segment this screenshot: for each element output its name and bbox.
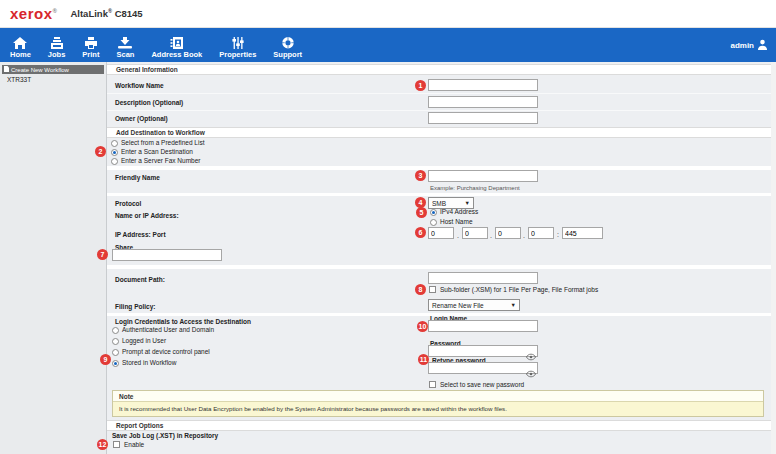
predefined-list-radio[interactable] <box>111 140 118 147</box>
share-input[interactable] <box>112 249 222 261</box>
note-title: Note <box>113 391 763 402</box>
ip-port-label: IP Address: Port <box>115 231 166 238</box>
nav-item-print[interactable]: Print <box>82 37 99 59</box>
owner-label: Owner (Optional) <box>115 115 168 122</box>
nav-item-properties[interactable]: Properties <box>219 37 256 59</box>
host-name-label: Host Name <box>440 218 473 225</box>
workflow-name-input[interactable] <box>428 79 538 91</box>
stored-in-workflow-radio[interactable] <box>112 360 119 367</box>
save-job-log-label: Save Job Log (.XST) in Repository <box>112 432 218 439</box>
ipv4-address-radio[interactable] <box>430 209 437 216</box>
predefined-list-label: Select from a Predefined List <box>121 139 204 146</box>
filing-policy-label: Filing Policy: <box>115 303 155 310</box>
password-input[interactable] <box>428 345 538 357</box>
nav-item-jobs[interactable]: Jobs <box>48 37 66 59</box>
new-workflow-icon <box>4 66 9 73</box>
nav-item-home[interactable]: Home <box>10 37 31 59</box>
annotation-marker-3: 3 <box>415 170 426 181</box>
document-path-label: Document Path: <box>115 276 165 283</box>
xerox-cwis-page: xerox® AltaLink® C8145 Home Jobs Print S… <box>0 0 776 454</box>
password-visibility-icon[interactable] <box>526 347 536 355</box>
enable-label: Enable <box>124 441 144 448</box>
sidebar-item-create-new-workflow[interactable]: Create New Workflow <box>2 65 104 74</box>
description-input[interactable] <box>428 96 538 108</box>
scan-destination-label: Enter a Scan Destination <box>121 148 193 155</box>
prompt-control-panel-radio[interactable] <box>112 349 119 356</box>
retype-password-visibility-icon[interactable] <box>526 364 536 372</box>
server-fax-radio[interactable] <box>111 158 118 165</box>
friendly-name-label: Friendly Name <box>115 174 160 181</box>
ip-dot-separator: . <box>457 232 459 239</box>
address-book-icon <box>170 37 184 50</box>
note-box: Note It is recommended that User Data En… <box>112 390 764 417</box>
note-text: It is recommended that User Data Encrypt… <box>113 402 763 416</box>
ip-octet-3-input[interactable] <box>495 227 521 239</box>
friendly-name-input[interactable] <box>428 170 538 182</box>
host-name-radio[interactable] <box>430 219 437 226</box>
xerox-wordmark: xerox <box>10 5 53 22</box>
xerox-logo: xerox® <box>10 6 57 21</box>
section-general-information: General Information <box>107 64 771 75</box>
user-icon <box>757 36 768 54</box>
logged-in-user-label: Logged in User <box>122 337 166 344</box>
port-input[interactable] <box>562 227 603 239</box>
subfolder-checkbox[interactable] <box>429 286 436 293</box>
ip-octet-4-input[interactable] <box>528 227 554 239</box>
ip-octet-2-input[interactable] <box>462 227 488 239</box>
logged-in-user-radio[interactable] <box>112 338 119 345</box>
login-credentials-label: Login Credentials to Access the Destinat… <box>115 318 251 325</box>
chevron-down-icon: ▼ <box>511 302 516 308</box>
annotation-marker-11: 11 <box>418 354 429 365</box>
annotation-marker-9: 9 <box>100 354 111 365</box>
protocol-label: Protocol <box>115 200 141 207</box>
workflow-form: General Information Workflow Name 1 Desc… <box>107 62 771 454</box>
enable-checkbox[interactable] <box>113 441 120 448</box>
document-path-input[interactable] <box>428 272 538 284</box>
nav-item-support[interactable]: Support <box>273 37 302 59</box>
device-model: AltaLink® C8145 <box>70 8 142 19</box>
save-password-checkbox[interactable] <box>429 381 436 388</box>
save-password-label: Select to save new password <box>440 381 524 388</box>
section-report-options: Report Options <box>107 420 771 431</box>
scan-destination-radio[interactable] <box>111 149 118 156</box>
authenticated-user-radio[interactable] <box>112 327 119 334</box>
friendly-name-example: Example: Purchasing Department <box>430 185 520 191</box>
filing-policy-select[interactable]: Rename New File ▼ <box>428 299 520 311</box>
scan-icon <box>118 37 132 50</box>
annotation-marker-6: 6 <box>415 227 426 238</box>
retype-password-input[interactable] <box>428 362 538 374</box>
admin-username: admin <box>730 41 754 50</box>
annotation-marker-2: 2 <box>95 146 106 157</box>
ipv4-address-label: IPv4 Address <box>440 208 478 215</box>
authenticated-user-label: Authenticated User and Domain <box>122 326 214 333</box>
stored-in-workflow-label: Stored in Workflow <box>122 359 176 366</box>
nav-item-scan[interactable]: Scan <box>116 37 134 59</box>
admin-user[interactable]: admin <box>730 28 768 62</box>
subfolder-label: Sub-folder (.XSM) for 1 File Per Page, F… <box>440 286 598 293</box>
top-header-bar: xerox® AltaLink® C8145 <box>0 0 776 28</box>
ip-colon-separator: : <box>557 231 559 238</box>
properties-icon <box>231 37 245 50</box>
main-navbar: Home Jobs Print Scan Address Book Proper… <box>0 28 776 62</box>
nav-item-address-book[interactable]: Address Book <box>151 37 202 59</box>
workflow-sidebar: Create New Workflow XTR33T <box>0 62 107 454</box>
ip-dot-separator: . <box>490 232 492 239</box>
server-fax-label: Enter a Server Fax Number <box>121 157 200 164</box>
ip-octet-1-input[interactable] <box>428 227 454 239</box>
description-label: Description (Optional) <box>115 99 183 106</box>
annotation-marker-1: 1 <box>415 80 426 91</box>
annotation-marker-8: 8 <box>415 284 426 295</box>
workflow-name-label: Workflow Name <box>115 82 164 89</box>
annotation-marker-12: 12 <box>97 439 108 450</box>
chevron-down-icon: ▼ <box>465 200 470 206</box>
owner-input[interactable] <box>428 112 538 124</box>
registered-mark: ® <box>53 8 58 14</box>
annotation-marker-10: 10 <box>417 321 428 332</box>
annotation-marker-7: 7 <box>97 249 108 260</box>
login-name-input[interactable] <box>428 320 538 332</box>
sidebar-item-xtr33t[interactable]: XTR33T <box>0 74 106 83</box>
prompt-control-panel-label: Prompt at device control panel <box>122 348 210 355</box>
section-add-destination: Add Destination to Workflow <box>107 127 771 138</box>
support-icon <box>281 37 295 50</box>
jobs-icon <box>50 37 64 50</box>
